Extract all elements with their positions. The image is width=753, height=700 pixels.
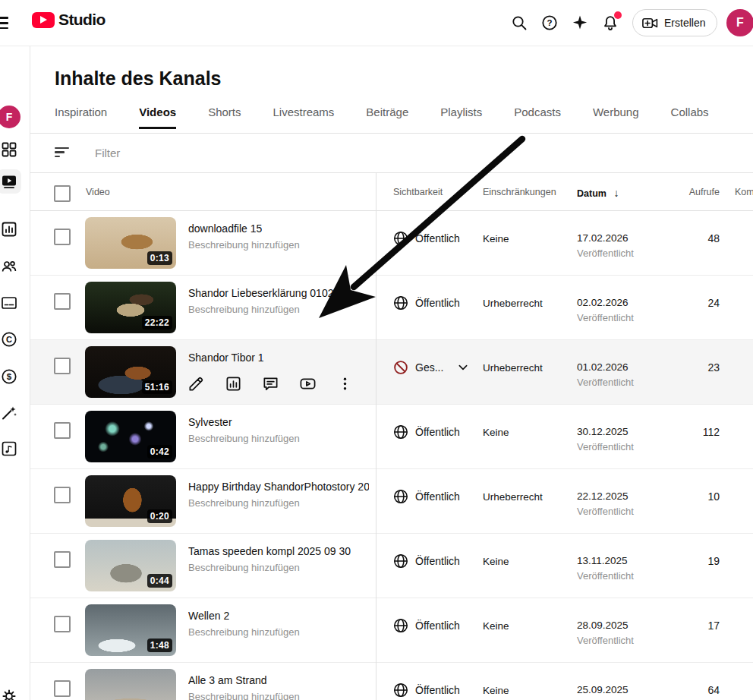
globe-public-icon [392,553,409,569]
video-title[interactable]: Shandor Liebeserklärung 010220 [188,287,345,299]
video-row[interactable]: 0:44 Tamas speeden kompl 2025 09 30 Besc… [30,534,753,598]
video-title[interactable]: Wellen 2 [188,610,229,622]
tab-werbung[interactable]: Werbung [593,106,639,129]
video-description[interactable]: Beschreibung hinzufügen [188,626,300,638]
globe-public-icon [392,424,409,440]
duration-badge: 0:13 [147,251,172,265]
row-checkbox[interactable] [54,293,71,310]
column-divider [376,172,376,700]
tab-collabs[interactable]: Collabs [671,106,709,129]
video-row-hovered[interactable]: 51:16 Shandor Tibor 1 [30,340,753,405]
tab-beitraege[interactable]: Beiträge [366,106,408,129]
filter-input[interactable]: Filter [95,147,753,159]
row-checkbox[interactable] [54,551,71,568]
video-thumbnail[interactable]: 0:42 [85,411,176,462]
video-thumbnail[interactable]: 51:16 [85,346,176,398]
svg-text:C: C [6,335,12,344]
youtube-studio-logo[interactable]: Studio [32,11,106,29]
edit-details-button[interactable] [187,374,205,393]
row-checkbox[interactable] [54,487,71,503]
sidebar-item-subtitles[interactable] [0,291,21,315]
video-description[interactable]: Beschreibung hinzufügen [188,239,300,251]
video-description[interactable]: Beschreibung hinzufügen [188,691,300,700]
analytics-button[interactable] [224,374,242,393]
tab-videos[interactable]: Videos [139,106,176,129]
publish-status: Veröffentlicht [577,248,634,259]
menu-icon[interactable] [0,14,11,32]
visibility-value: Öffentlich [415,297,460,309]
create-button[interactable]: Erstellen [632,9,717,36]
video-description[interactable]: Beschreibung hinzufügen [188,433,300,444]
column-header-visibility[interactable]: Sichtbarkeit [393,187,443,197]
select-all-checkbox[interactable] [54,185,71,202]
video-thumbnail[interactable]: 0:20 [85,475,176,527]
video-row[interactable]: 0:13 downloadfile 15 Beschreibung hinzuf… [30,211,753,276]
video-thumbnail[interactable] [85,669,176,700]
row-action-buttons [187,374,354,393]
video-description[interactable]: Beschreibung hinzufügen [188,562,300,573]
views-value: 23 [638,361,720,374]
video-thumbnail[interactable]: 0:44 [85,540,176,591]
video-title[interactable]: Happy Birthday ShandorPhotostory 20... [188,481,369,493]
column-header-restrictions[interactable]: Einschränkungen [483,187,556,197]
notification-dot [614,11,622,19]
video-row[interactable]: 22:22 Shandor Liebeserklärung 010220 Bes… [30,276,753,340]
tab-podcasts[interactable]: Podcasts [514,106,561,129]
tab-playlists[interactable]: Playlists [440,106,482,129]
sidebar-item-analytics[interactable] [0,217,21,241]
row-checkbox[interactable] [54,616,71,632]
video-description[interactable]: Beschreibung hinzufügen [188,497,300,509]
video-thumbnail[interactable]: 0:13 [85,217,176,269]
video-thumbnail[interactable]: 22:22 [85,282,176,333]
video-row[interactable]: Alle 3 am Strand Beschreibung hinzufügen… [30,663,753,700]
bar-chart-icon [225,375,242,393]
chevron-down-icon [457,361,469,374]
video-description[interactable]: Beschreibung hinzufügen [188,304,300,315]
notifications-button[interactable] [595,8,625,38]
column-header-date[interactable]: Datum ↓ [577,187,619,199]
video-row[interactable]: 0:42 Sylvester Beschreibung hinzufügen Ö… [30,405,753,469]
duration-badge: 22:22 [142,316,172,330]
watch-on-youtube-button[interactable] [298,374,317,393]
row-checkbox[interactable] [54,358,71,374]
video-title[interactable]: downloadfile 15 [188,222,262,235]
row-checkbox[interactable] [54,680,71,697]
visibility-value: Öffentlich [415,620,460,632]
sidebar-item-dashboard[interactable] [0,137,21,162]
sidebar-item-earn[interactable]: $ [0,364,21,389]
column-header-comments[interactable]: Kommentare [735,187,753,197]
row-checkbox[interactable] [54,422,71,439]
sidebar-item-community[interactable] [0,254,21,279]
publish-status: Veröffentlicht [577,441,634,452]
video-thumbnail[interactable]: 1:48 [85,604,176,656]
help-button[interactable]: ? [534,8,565,38]
search-button[interactable] [504,8,534,38]
customization-wand-icon [0,404,18,422]
video-row[interactable]: 0:20 Happy Birthday ShandorPhotostory 20… [30,469,753,534]
column-header-views[interactable]: Aufrufe [638,187,720,197]
tab-livestreams[interactable]: Livestreams [273,106,335,129]
account-avatar[interactable]: F [726,9,753,36]
sidebar-item-channel[interactable]: F [0,105,21,129]
video-title[interactable]: Tamas speeden kompl 2025 09 30 [188,545,351,557]
pencil-icon [187,375,205,393]
sidebar-item-settings[interactable] [0,684,21,700]
row-checkbox[interactable] [54,229,71,245]
sidebar-item-content[interactable] [0,169,21,194]
tab-inspiration[interactable]: Inspiration [55,106,107,129]
video-title[interactable]: Shandor Tibor 1 [188,352,264,364]
main-content: Inhalte des Kanals Inspiration Videos Sh… [30,46,753,700]
video-row[interactable]: 1:48 Wellen 2 Beschreibung hinzufügen Öf… [30,598,753,663]
visibility-dropdown[interactable] [457,361,469,374]
assistant-button[interactable] [565,8,595,38]
sidebar-item-audio-library[interactable] [0,437,21,461]
sidebar-item-copyright[interactable]: C [0,327,21,352]
video-title[interactable]: Alle 3 am Strand [188,674,267,686]
more-options-button[interactable] [336,374,354,393]
tab-shorts[interactable]: Shorts [208,106,241,129]
comments-button[interactable] [261,374,279,393]
filter-icon[interactable] [55,147,71,159]
publish-status: Veröffentlicht [577,377,634,388]
sidebar-item-customization[interactable] [0,401,21,425]
video-title[interactable]: Sylvester [188,416,232,428]
